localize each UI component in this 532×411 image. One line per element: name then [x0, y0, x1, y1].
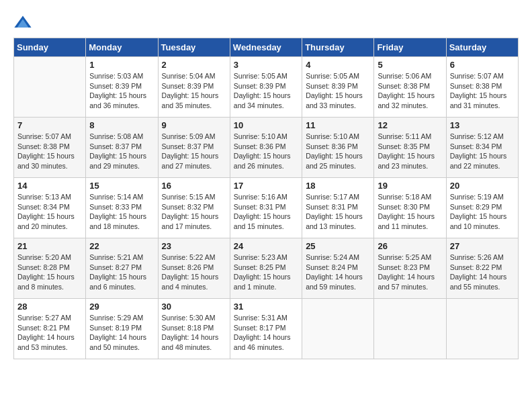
calendar-cell: 5Sunrise: 5:06 AMSunset: 8:38 PMDaylight… — [374, 57, 446, 118]
calendar-cell: 13Sunrise: 5:12 AMSunset: 8:34 PMDayligh… — [446, 118, 518, 178]
weekday-header-saturday: Saturday — [446, 38, 518, 57]
day-info: Sunrise: 5:04 AMSunset: 8:39 PMDaylight:… — [162, 71, 226, 111]
day-number: 9 — [162, 120, 226, 130]
calendar-cell: 9Sunrise: 5:09 AMSunset: 8:37 PMDaylight… — [158, 118, 230, 178]
calendar-cell: 19Sunrise: 5:18 AMSunset: 8:30 PMDayligh… — [374, 178, 446, 238]
day-info: Sunrise: 5:05 AMSunset: 8:39 PMDaylight:… — [306, 71, 370, 111]
day-number: 19 — [378, 181, 442, 191]
day-info: Sunrise: 5:09 AMSunset: 8:37 PMDaylight:… — [162, 132, 226, 171]
calendar-cell: 6Sunrise: 5:07 AMSunset: 8:38 PMDaylight… — [446, 57, 518, 118]
day-number: 1 — [89, 60, 154, 70]
day-info: Sunrise: 5:30 AMSunset: 8:18 PMDaylight:… — [162, 313, 226, 353]
calendar-cell: 27Sunrise: 5:26 AMSunset: 8:22 PMDayligh… — [446, 238, 518, 299]
day-info: Sunrise: 5:07 AMSunset: 8:38 PMDaylight:… — [450, 71, 515, 111]
day-info: Sunrise: 5:08 AMSunset: 8:37 PMDaylight:… — [89, 132, 154, 171]
calendar-cell: 12Sunrise: 5:11 AMSunset: 8:35 PMDayligh… — [374, 118, 446, 178]
day-number: 8 — [89, 120, 154, 130]
calendar-week-2: 7Sunrise: 5:07 AMSunset: 8:38 PMDaylight… — [14, 118, 519, 178]
weekday-header-thursday: Thursday — [302, 38, 374, 57]
calendar-cell: 22Sunrise: 5:21 AMSunset: 8:27 PMDayligh… — [86, 238, 158, 299]
weekday-header-tuesday: Tuesday — [158, 38, 230, 57]
header — [13, 13, 519, 32]
calendar-cell: 29Sunrise: 5:29 AMSunset: 8:19 PMDayligh… — [86, 299, 158, 359]
day-info: Sunrise: 5:19 AMSunset: 8:29 PMDaylight:… — [450, 192, 515, 232]
calendar-cell: 28Sunrise: 5:27 AMSunset: 8:21 PMDayligh… — [14, 299, 86, 359]
calendar-cell — [446, 299, 518, 359]
day-info: Sunrise: 5:24 AMSunset: 8:24 PMDaylight:… — [306, 253, 370, 292]
day-info: Sunrise: 5:11 AMSunset: 8:35 PMDaylight:… — [378, 132, 442, 171]
day-number: 5 — [378, 60, 442, 70]
calendar-cell: 21Sunrise: 5:20 AMSunset: 8:28 PMDayligh… — [14, 238, 86, 299]
day-info: Sunrise: 5:16 AMSunset: 8:31 PMDaylight:… — [234, 192, 298, 232]
logo-icon — [13, 13, 32, 32]
calendar-cell: 11Sunrise: 5:10 AMSunset: 8:36 PMDayligh… — [302, 118, 374, 178]
calendar-cell — [14, 57, 86, 118]
day-info: Sunrise: 5:07 AMSunset: 8:38 PMDaylight:… — [17, 132, 82, 171]
calendar-table: SundayMondayTuesdayWednesdayThursdayFrid… — [13, 38, 519, 359]
day-info: Sunrise: 5:22 AMSunset: 8:26 PMDaylight:… — [162, 253, 226, 292]
day-number: 20 — [450, 181, 515, 191]
day-info: Sunrise: 5:12 AMSunset: 8:34 PMDaylight:… — [450, 132, 515, 171]
calendar-week-1: 1Sunrise: 5:03 AMSunset: 8:39 PMDaylight… — [14, 57, 519, 118]
day-number: 15 — [89, 181, 154, 191]
calendar-cell: 8Sunrise: 5:08 AMSunset: 8:37 PMDaylight… — [86, 118, 158, 178]
day-info: Sunrise: 5:10 AMSunset: 8:36 PMDaylight:… — [234, 132, 298, 171]
calendar-week-4: 21Sunrise: 5:20 AMSunset: 8:28 PMDayligh… — [14, 238, 519, 299]
day-number: 27 — [450, 241, 515, 251]
weekday-header-friday: Friday — [374, 38, 446, 57]
day-info: Sunrise: 5:05 AMSunset: 8:39 PMDaylight:… — [234, 71, 298, 111]
day-number: 18 — [306, 181, 370, 191]
day-number: 6 — [450, 60, 515, 70]
calendar-cell: 24Sunrise: 5:23 AMSunset: 8:25 PMDayligh… — [230, 238, 302, 299]
day-info: Sunrise: 5:21 AMSunset: 8:27 PMDaylight:… — [89, 253, 154, 292]
day-info: Sunrise: 5:15 AMSunset: 8:32 PMDaylight:… — [162, 192, 226, 232]
day-number: 22 — [89, 241, 154, 251]
day-info: Sunrise: 5:29 AMSunset: 8:19 PMDaylight:… — [89, 313, 154, 353]
calendar-cell: 30Sunrise: 5:30 AMSunset: 8:18 PMDayligh… — [158, 299, 230, 359]
day-info: Sunrise: 5:14 AMSunset: 8:33 PMDaylight:… — [89, 192, 154, 232]
day-info: Sunrise: 5:25 AMSunset: 8:23 PMDaylight:… — [378, 253, 442, 292]
calendar-cell: 10Sunrise: 5:10 AMSunset: 8:36 PMDayligh… — [230, 118, 302, 178]
day-number: 17 — [234, 181, 298, 191]
calendar-cell: 15Sunrise: 5:14 AMSunset: 8:33 PMDayligh… — [86, 178, 158, 238]
calendar-cell: 4Sunrise: 5:05 AMSunset: 8:39 PMDaylight… — [302, 57, 374, 118]
calendar-cell: 17Sunrise: 5:16 AMSunset: 8:31 PMDayligh… — [230, 178, 302, 238]
calendar-cell: 2Sunrise: 5:04 AMSunset: 8:39 PMDaylight… — [158, 57, 230, 118]
day-number: 10 — [234, 120, 298, 130]
day-info: Sunrise: 5:27 AMSunset: 8:21 PMDaylight:… — [17, 313, 82, 353]
day-number: 25 — [306, 241, 370, 251]
day-info: Sunrise: 5:20 AMSunset: 8:28 PMDaylight:… — [17, 253, 82, 292]
day-number: 16 — [162, 181, 226, 191]
day-number: 31 — [234, 302, 298, 312]
calendar-cell: 18Sunrise: 5:17 AMSunset: 8:31 PMDayligh… — [302, 178, 374, 238]
day-info: Sunrise: 5:18 AMSunset: 8:30 PMDaylight:… — [378, 192, 442, 232]
calendar-cell — [374, 299, 446, 359]
day-number: 28 — [17, 302, 82, 312]
day-info: Sunrise: 5:10 AMSunset: 8:36 PMDaylight:… — [306, 132, 370, 171]
calendar-cell: 31Sunrise: 5:31 AMSunset: 8:17 PMDayligh… — [230, 299, 302, 359]
day-info: Sunrise: 5:13 AMSunset: 8:34 PMDaylight:… — [17, 192, 82, 232]
weekday-header-wednesday: Wednesday — [230, 38, 302, 57]
day-info: Sunrise: 5:06 AMSunset: 8:38 PMDaylight:… — [378, 71, 442, 111]
day-number: 2 — [162, 60, 226, 70]
calendar-cell: 26Sunrise: 5:25 AMSunset: 8:23 PMDayligh… — [374, 238, 446, 299]
calendar-cell: 16Sunrise: 5:15 AMSunset: 8:32 PMDayligh… — [158, 178, 230, 238]
day-number: 3 — [234, 60, 298, 70]
day-number: 7 — [17, 120, 82, 130]
day-number: 13 — [450, 120, 515, 130]
calendar-cell: 25Sunrise: 5:24 AMSunset: 8:24 PMDayligh… — [302, 238, 374, 299]
day-number: 26 — [378, 241, 442, 251]
weekday-header-sunday: Sunday — [14, 38, 86, 57]
day-number: 30 — [162, 302, 226, 312]
calendar-cell — [302, 299, 374, 359]
day-info: Sunrise: 5:03 AMSunset: 8:39 PMDaylight:… — [89, 71, 154, 111]
day-number: 29 — [89, 302, 154, 312]
day-number: 21 — [17, 241, 82, 251]
day-info: Sunrise: 5:17 AMSunset: 8:31 PMDaylight:… — [306, 192, 370, 232]
weekday-header-monday: Monday — [86, 38, 158, 57]
calendar-cell: 23Sunrise: 5:22 AMSunset: 8:26 PMDayligh… — [158, 238, 230, 299]
day-number: 23 — [162, 241, 226, 251]
day-number: 24 — [234, 241, 298, 251]
calendar-cell: 7Sunrise: 5:07 AMSunset: 8:38 PMDaylight… — [14, 118, 86, 178]
calendar-cell: 14Sunrise: 5:13 AMSunset: 8:34 PMDayligh… — [14, 178, 86, 238]
